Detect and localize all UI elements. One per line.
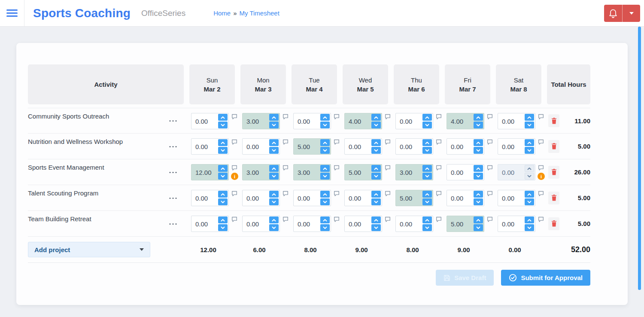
- spinner-down-button[interactable]: [474, 224, 483, 231]
- hours-input[interactable]: 0.00: [498, 190, 535, 206]
- spinner-up-button[interactable]: [422, 114, 432, 121]
- spinner-up-button[interactable]: [320, 165, 330, 172]
- hours-input[interactable]: 0.00: [395, 216, 433, 232]
- row-actions-menu[interactable]: [169, 120, 177, 122]
- spinner-up-button[interactable]: [218, 191, 228, 198]
- hours-input[interactable]: 0.00: [191, 190, 229, 206]
- comment-icon[interactable]: [436, 114, 442, 119]
- spinner-up-button[interactable]: [422, 139, 432, 146]
- spinner-up-button[interactable]: [474, 139, 483, 146]
- spinner-down-button[interactable]: [371, 224, 381, 231]
- hours-input[interactable]: 5.00: [344, 164, 382, 180]
- comment-icon[interactable]: [283, 216, 289, 222]
- comment-icon[interactable]: [231, 191, 237, 196]
- spinner-down-button[interactable]: [218, 173, 228, 180]
- hours-input[interactable]: 0.00: [242, 138, 280, 155]
- comment-icon[interactable]: [283, 191, 289, 196]
- spinner-down-button[interactable]: [474, 173, 483, 180]
- hours-input[interactable]: 0.00: [191, 216, 229, 232]
- comment-icon[interactable]: [436, 191, 442, 196]
- spinner-up-button[interactable]: [371, 191, 381, 198]
- spinner-up-button[interactable]: [371, 114, 381, 121]
- hours-input[interactable]: 0.00: [395, 113, 433, 129]
- comment-icon[interactable]: [538, 139, 544, 145]
- comment-icon[interactable]: [231, 114, 237, 119]
- spinner-up-button[interactable]: [474, 114, 483, 121]
- comment-icon[interactable]: [334, 191, 340, 196]
- hours-input[interactable]: 0.00: [447, 138, 484, 155]
- spinner-down-button[interactable]: [218, 122, 228, 128]
- spinner-up-button[interactable]: [525, 191, 534, 198]
- spinner-down-button[interactable]: [320, 147, 330, 154]
- comment-icon[interactable]: [436, 216, 442, 222]
- hours-input[interactable]: 0.00: [293, 113, 331, 129]
- spinner-down-button[interactable]: [422, 173, 432, 180]
- delete-row-button[interactable]: [548, 192, 559, 204]
- spinner-down-button[interactable]: [371, 173, 381, 180]
- hours-input[interactable]: 0.00: [242, 190, 280, 206]
- spinner-down-button[interactable]: [371, 147, 381, 154]
- hours-input[interactable]: 0.00: [293, 190, 331, 206]
- hours-input[interactable]: 3.00: [242, 164, 280, 180]
- breadcrumb-home-link[interactable]: Home: [213, 9, 231, 17]
- comment-icon[interactable]: [385, 216, 391, 222]
- hours-input[interactable]: 5.00: [447, 216, 484, 232]
- spinner-up-button[interactable]: [525, 216, 534, 223]
- spinner-down-button[interactable]: [422, 147, 432, 154]
- spinner-down-button[interactable]: [218, 147, 228, 154]
- spinner-up-button[interactable]: [525, 139, 534, 146]
- spinner-down-button[interactable]: [269, 198, 279, 205]
- comment-icon[interactable]: [487, 114, 493, 119]
- spinner-down-button[interactable]: [371, 198, 381, 205]
- hours-input[interactable]: 0.00: [395, 138, 433, 155]
- row-actions-menu[interactable]: [169, 171, 177, 173]
- spinner-down-button[interactable]: [269, 224, 279, 231]
- add-project-select[interactable]: Add project: [28, 242, 150, 257]
- comment-icon[interactable]: [334, 216, 340, 222]
- comment-icon[interactable]: [231, 165, 237, 171]
- spinner-up-button[interactable]: [269, 114, 279, 121]
- spinner-down-button[interactable]: [269, 173, 279, 180]
- spinner-down-button[interactable]: [422, 224, 432, 231]
- spinner-down-button[interactable]: [269, 147, 279, 154]
- hours-input[interactable]: 0.00: [447, 164, 484, 180]
- spinner-up-button[interactable]: [422, 216, 432, 223]
- notifications-button[interactable]: [604, 5, 622, 22]
- comment-icon[interactable]: [538, 191, 544, 196]
- spinner-up-button[interactable]: [474, 191, 483, 198]
- comment-icon[interactable]: [231, 216, 237, 222]
- spinner-up-button[interactable]: [269, 191, 279, 198]
- comment-icon[interactable]: [385, 191, 391, 196]
- spinner-up-button[interactable]: [320, 114, 330, 121]
- hours-input[interactable]: 0.00: [344, 216, 382, 232]
- delete-row-button[interactable]: [548, 114, 559, 127]
- hours-input[interactable]: 0.00: [242, 216, 280, 232]
- spinner-down-button[interactable]: [218, 224, 228, 231]
- spinner-up-button[interactable]: [371, 165, 381, 172]
- spinner-down-button[interactable]: [422, 122, 432, 128]
- submit-for-approval-button[interactable]: Submit for Approval: [501, 270, 590, 286]
- spinner-down-button[interactable]: [320, 173, 330, 180]
- delete-row-button[interactable]: [548, 217, 559, 230]
- spinner-up-button[interactable]: [218, 165, 228, 172]
- spinner-up-button[interactable]: [474, 216, 483, 223]
- spinner-down-button[interactable]: [320, 198, 330, 205]
- comment-icon[interactable]: [385, 165, 391, 171]
- row-actions-menu[interactable]: [169, 145, 177, 147]
- spinner-down-button[interactable]: [320, 122, 330, 128]
- spinner-up-button[interactable]: [320, 191, 330, 198]
- warning-info-icon[interactable]: i: [231, 173, 238, 180]
- menu-button[interactable]: [0, 0, 24, 26]
- comment-icon[interactable]: [538, 114, 544, 119]
- spinner-up-button[interactable]: [269, 139, 279, 146]
- spinner-up-button[interactable]: [320, 216, 330, 223]
- comment-icon[interactable]: [487, 191, 493, 196]
- spinner-down-button[interactable]: [218, 198, 228, 205]
- delete-row-button[interactable]: [548, 140, 559, 153]
- save-draft-button[interactable]: Save Draft: [436, 270, 494, 286]
- spinner-up-button[interactable]: [320, 139, 330, 146]
- comment-icon[interactable]: [283, 139, 289, 145]
- hours-input[interactable]: 0.00: [344, 190, 382, 206]
- spinner-down-button[interactable]: [525, 147, 534, 154]
- hours-input[interactable]: 0.00: [498, 216, 535, 232]
